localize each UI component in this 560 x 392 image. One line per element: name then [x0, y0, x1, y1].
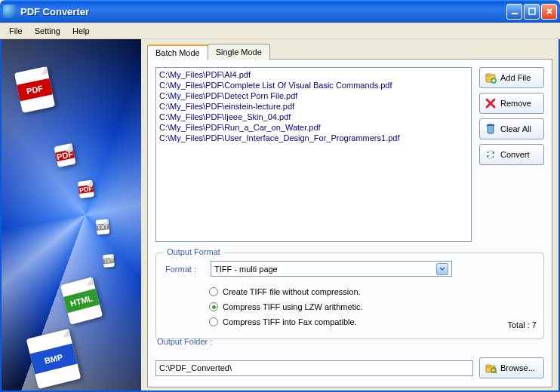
- svg-rect-1: [529, 8, 535, 14]
- radio-icon: [209, 317, 218, 326]
- pdf-file-icon: PDF: [14, 66, 55, 113]
- tab-batch-mode[interactable]: Batch Mode: [147, 44, 208, 60]
- convert-icon: [485, 149, 497, 161]
- tabs: Batch Mode Single Mode: [147, 44, 552, 60]
- txt-file-icon: TXT: [96, 219, 110, 234]
- button-label: Clear All: [500, 124, 531, 133]
- radio-label: Create TIFF file without compression.: [223, 287, 361, 296]
- tab-content: C:\My_Files\PDF\AI4.pdf C:\My_Files\PDF\…: [147, 59, 552, 387]
- file-list[interactable]: C:\My_Files\PDF\AI4.pdf C:\My_Files\PDF\…: [155, 67, 472, 242]
- pdf-file-icon: PDF: [54, 143, 75, 167]
- list-item[interactable]: C:\My_Files\PDF\Complete List Of Visual …: [159, 80, 468, 90]
- format-selected-value: TIFF - multi page: [214, 265, 278, 274]
- html-file-icon: HTML: [60, 277, 103, 325]
- radio-fax[interactable]: Compress TIFF into Fax compatible.: [165, 314, 534, 329]
- bmp-file-icon: BMP: [26, 329, 82, 389]
- list-item[interactable]: C:\My_Files\PDF\Ijeee_Skin_04.pdf: [159, 112, 468, 122]
- menubar: File Setting Help: [0, 23, 560, 39]
- titlebar: PDF Converter: [0, 0, 560, 23]
- output-folder-label: Output Folder :: [157, 337, 212, 346]
- sidebar-decorative: PDF PDF PDF TXT TXT HTML BMP: [2, 39, 141, 390]
- clear-all-button[interactable]: Clear All: [479, 118, 544, 139]
- add-file-button[interactable]: Add File: [479, 67, 544, 88]
- radio-icon: [209, 302, 218, 311]
- app-logo-icon: [3, 5, 17, 18]
- main-panel: Batch Mode Single Mode C:\My_Files\PDF\A…: [141, 39, 558, 390]
- format-label: Format :: [165, 265, 203, 274]
- list-item[interactable]: C:\My_Files\PDF\AI4.pdf: [159, 69, 468, 80]
- menu-file[interactable]: File: [3, 24, 29, 38]
- radio-lzw[interactable]: Compress TIFF using LZW arithmetic.: [165, 299, 534, 314]
- output-format-legend: Output Format: [164, 247, 223, 256]
- button-label: Add File: [500, 73, 531, 82]
- radio-label: Compress TIFF using LZW arithmetic.: [223, 302, 363, 311]
- folder-icon: [485, 362, 497, 374]
- add-file-icon: [485, 72, 497, 84]
- minimize-button[interactable]: [506, 4, 522, 20]
- output-format-group: Output Format Format : TIFF - multi page…: [155, 253, 544, 339]
- list-item[interactable]: C:\My_Files\PDF\einstein-lecture.pdf: [159, 101, 468, 112]
- output-folder-input[interactable]: C:\PDF_Converted\: [155, 360, 473, 376]
- remove-icon: [485, 97, 497, 109]
- browse-button[interactable]: Browse...: [479, 357, 544, 378]
- chevron-down-icon: [436, 263, 448, 275]
- window-title: PDF Converter: [20, 6, 89, 17]
- menu-help[interactable]: Help: [66, 24, 96, 38]
- radio-icon: [209, 287, 218, 296]
- button-label: Remove: [500, 99, 531, 108]
- menu-setting[interactable]: Setting: [29, 24, 66, 38]
- clear-icon: [485, 123, 497, 135]
- total-count: Total : 7: [507, 320, 537, 329]
- svg-rect-3: [486, 74, 491, 76]
- svg-rect-0: [512, 13, 518, 14]
- svg-rect-8: [486, 365, 491, 367]
- output-folder-value: C:\PDF_Converted\: [159, 363, 232, 372]
- remove-button[interactable]: Remove: [479, 93, 544, 114]
- format-select[interactable]: TIFF - multi page: [211, 261, 452, 277]
- list-item[interactable]: C:\My_Files\PDF\User_Interface_Design_Fo…: [159, 133, 468, 143]
- tab-single-mode[interactable]: Single Mode: [208, 44, 270, 60]
- pdf-file-icon: PDF: [78, 180, 94, 199]
- svg-rect-6: [487, 124, 494, 126]
- txt-file-icon: TXT: [103, 254, 115, 268]
- radio-no-compression[interactable]: Create TIFF file without compression.: [165, 284, 534, 299]
- close-button[interactable]: [541, 4, 557, 20]
- button-label: Browse...: [500, 363, 535, 372]
- list-item[interactable]: C:\My_Files\PDF\Run_a_Car_on_Water.pdf: [159, 122, 468, 133]
- list-item[interactable]: C:\My_Files\PDF\Detect Porn File.pdf: [159, 90, 468, 101]
- radio-label: Compress TIFF into Fax compatible.: [223, 317, 357, 326]
- button-label: Convert: [500, 150, 530, 159]
- convert-button[interactable]: Convert: [479, 144, 544, 165]
- maximize-button[interactable]: [524, 4, 540, 20]
